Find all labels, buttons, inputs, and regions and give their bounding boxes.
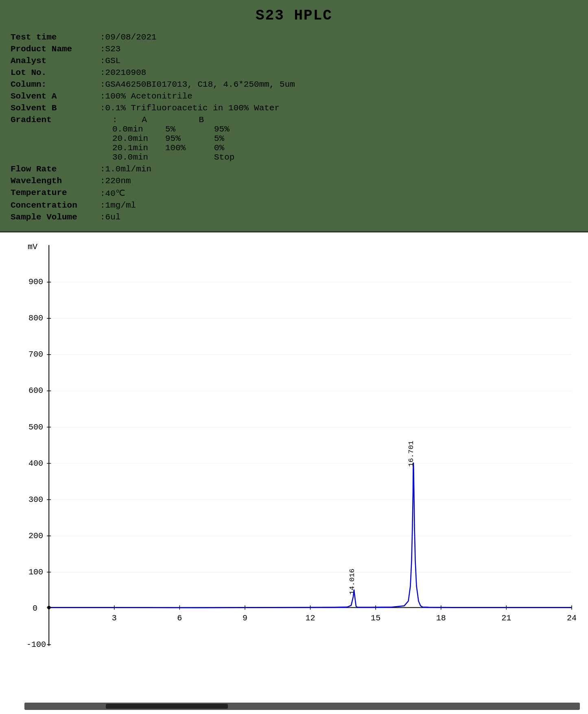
solvent-b-value: :0.1% Trifluoroacetic in 100% Water	[98, 102, 580, 114]
scrollbar-thumb[interactable]	[106, 704, 228, 709]
gradient-row: Gradient : A B 0.0min 5% 95%	[8, 114, 580, 163]
grad-a-1: 95%	[165, 134, 198, 143]
svg-text:200: 200	[28, 531, 43, 540]
concentration-label: Concentration	[8, 199, 98, 211]
lot-no-label: Lot No.	[8, 67, 98, 79]
grad-b-3: Stop	[214, 153, 234, 162]
analyst-label: Analyst	[8, 55, 98, 67]
temperature-label: Temperature	[8, 187, 98, 199]
svg-text:6: 6	[177, 613, 182, 622]
grad-a-0: 5%	[165, 125, 198, 134]
grad-b-1: 5%	[214, 134, 224, 143]
grad-a-2: 100%	[165, 143, 198, 153]
test-time-value: :09/08/2021	[98, 31, 580, 43]
svg-text:18: 18	[436, 613, 446, 622]
gradient-label: Gradient	[8, 114, 98, 163]
column-label: Column:	[8, 79, 98, 90]
product-name-row: Product Name :S23	[8, 43, 580, 55]
chromatogram-line	[49, 462, 572, 608]
svg-text:300: 300	[28, 495, 43, 504]
sample-volume-value: :6ul	[98, 211, 580, 223]
grad-b-0: 95%	[214, 125, 230, 134]
svg-text:900: 900	[28, 277, 43, 287]
test-time-label: Test time	[8, 31, 98, 43]
solvent-a-label: Solvent A	[8, 90, 98, 102]
scrollbar[interactable]	[24, 703, 580, 710]
chart-section: mV 900 800 700 600 500	[0, 232, 588, 703]
svg-text:600: 600	[28, 386, 43, 395]
temperature-value: :40℃	[98, 187, 580, 199]
flow-rate-row: Flow Rate :1.0ml/min	[8, 163, 580, 175]
solvent-b-label: Solvent B	[8, 102, 98, 114]
svg-text:-100: -100	[26, 640, 46, 649]
grad-time-1: 20.0min	[112, 134, 149, 143]
lot-no-row: Lot No. :20210908	[8, 67, 580, 79]
wavelength-value: :220nm	[98, 175, 580, 187]
grad-a-3	[165, 153, 198, 162]
product-name-label: Product Name	[8, 43, 98, 55]
svg-text:24: 24	[567, 613, 577, 622]
svg-text:9: 9	[243, 613, 247, 622]
analyst-value: :GSL	[98, 55, 580, 67]
peak1-label: 14.016	[348, 569, 356, 595]
peak2-label: 16.701	[407, 441, 415, 467]
wavelength-label: Wavelength	[8, 175, 98, 187]
report-title: S23 HPLC	[8, 7, 580, 24]
gradient-row-3: 30.0min Stop	[100, 153, 577, 162]
test-time-row: Test time :09/08/2021	[8, 31, 580, 43]
grad-time-2: 20.1min	[112, 143, 149, 153]
gradient-row-2: 20.1min 100% 0%	[100, 143, 577, 153]
gradient-row-0: 0.0min 5% 95%	[100, 125, 577, 134]
svg-text:800: 800	[28, 313, 43, 323]
svg-text:400: 400	[28, 458, 43, 468]
gradient-header: : A B	[100, 115, 577, 125]
solvent-a-value: :100% Acetonitrile	[98, 90, 580, 102]
svg-text:15: 15	[371, 613, 380, 622]
gradient-table: : A B 0.0min 5% 95% 20.0min 95% 5%	[100, 115, 577, 162]
wavelength-row: Wavelength :220nm	[8, 175, 580, 187]
concentration-row: Concentration :1mg/ml	[8, 199, 580, 211]
svg-text:21: 21	[501, 613, 511, 622]
grad-b-2: 0%	[214, 143, 224, 153]
temperature-row: Temperature :40℃	[8, 187, 580, 199]
gradient-col-b: B	[199, 115, 204, 125]
solvent-b-row: Solvent B :0.1% Trifluoroacetic in 100% …	[8, 102, 580, 114]
flow-rate-value: :1.0ml/min	[98, 163, 580, 175]
grad-time-3: 30.0min	[112, 153, 149, 162]
solvent-a-row: Solvent A :100% Acetonitrile	[8, 90, 580, 102]
gradient-colon: :	[112, 115, 118, 125]
grad-time-0: 0.0min	[112, 125, 149, 134]
gradient-row-1: 20.0min 95% 5%	[100, 134, 577, 143]
svg-text:12: 12	[306, 613, 315, 622]
product-name-value: :S23	[98, 43, 580, 55]
analyst-row: Analyst :GSL	[8, 55, 580, 67]
svg-text:0: 0	[33, 603, 37, 613]
page: S23 HPLC Test time :09/08/2021 Product N…	[0, 0, 588, 714]
column-value: :GSA46250BI017013, C18, 4.6*250mm, 5um	[98, 79, 580, 90]
flow-rate-label: Flow Rate	[8, 163, 98, 175]
gradient-col-a: A	[142, 115, 175, 125]
baseline-dot	[47, 606, 50, 609]
header-section: S23 HPLC Test time :09/08/2021 Product N…	[0, 0, 588, 232]
svg-text:100: 100	[28, 567, 43, 576]
chart-svg: mV 900 800 700 600 500	[24, 237, 580, 684]
sample-volume-label: Sample Volume	[8, 211, 98, 223]
svg-text:mV: mV	[28, 242, 38, 252]
info-table: Test time :09/08/2021 Product Name :S23 …	[8, 31, 580, 223]
column-row: Column: :GSA46250BI017013, C18, 4.6*250m…	[8, 79, 580, 90]
svg-text:3: 3	[112, 613, 117, 622]
lot-no-value: :20210908	[98, 67, 580, 79]
svg-text:500: 500	[28, 422, 43, 431]
sample-volume-row: Sample Volume :6ul	[8, 211, 580, 223]
concentration-value: :1mg/ml	[98, 199, 580, 211]
svg-text:700: 700	[28, 350, 43, 359]
chart-area: mV 900 800 700 600 500	[24, 237, 580, 684]
gradient-value: : A B 0.0min 5% 95% 20.0min 95% 5%	[98, 114, 580, 163]
